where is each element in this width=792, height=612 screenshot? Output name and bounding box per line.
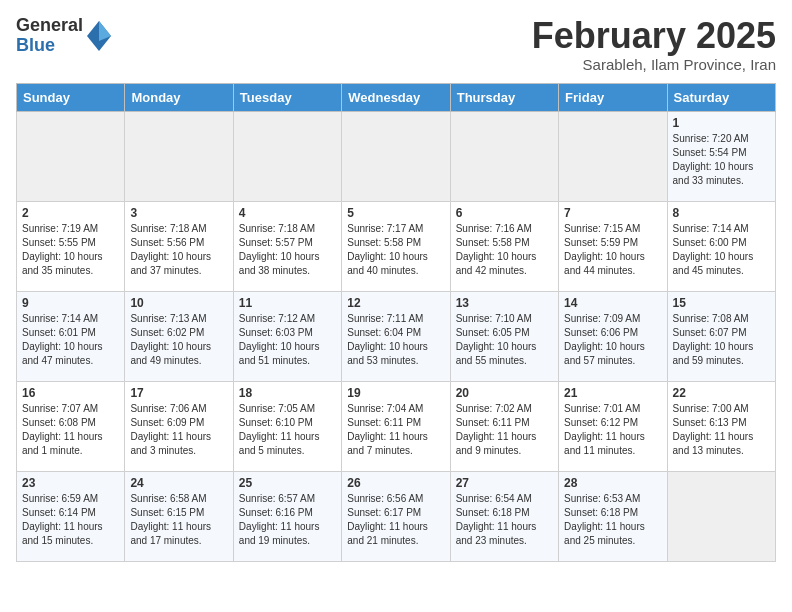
calendar-day: 27Sunrise: 6:54 AM Sunset: 6:18 PM Dayli… bbox=[450, 471, 558, 561]
logo-text: General Blue bbox=[16, 16, 83, 56]
calendar-day: 8Sunrise: 7:14 AM Sunset: 6:00 PM Daylig… bbox=[667, 201, 775, 291]
day-number: 6 bbox=[456, 206, 553, 220]
calendar-day: 10Sunrise: 7:13 AM Sunset: 6:02 PM Dayli… bbox=[125, 291, 233, 381]
day-number: 20 bbox=[456, 386, 553, 400]
calendar-day: 7Sunrise: 7:15 AM Sunset: 5:59 PM Daylig… bbox=[559, 201, 667, 291]
day-number: 18 bbox=[239, 386, 336, 400]
weekday-header-wednesday: Wednesday bbox=[342, 83, 450, 111]
day-number: 8 bbox=[673, 206, 770, 220]
calendar-day: 17Sunrise: 7:06 AM Sunset: 6:09 PM Dayli… bbox=[125, 381, 233, 471]
day-number: 1 bbox=[673, 116, 770, 130]
day-number: 13 bbox=[456, 296, 553, 310]
day-info: Sunrise: 6:56 AM Sunset: 6:17 PM Dayligh… bbox=[347, 492, 444, 548]
calendar-day: 4Sunrise: 7:18 AM Sunset: 5:57 PM Daylig… bbox=[233, 201, 341, 291]
day-number: 2 bbox=[22, 206, 119, 220]
day-number: 15 bbox=[673, 296, 770, 310]
calendar-day bbox=[559, 111, 667, 201]
day-info: Sunrise: 7:06 AM Sunset: 6:09 PM Dayligh… bbox=[130, 402, 227, 458]
day-info: Sunrise: 7:19 AM Sunset: 5:55 PM Dayligh… bbox=[22, 222, 119, 278]
day-number: 10 bbox=[130, 296, 227, 310]
calendar-day: 5Sunrise: 7:17 AM Sunset: 5:58 PM Daylig… bbox=[342, 201, 450, 291]
day-info: Sunrise: 7:12 AM Sunset: 6:03 PM Dayligh… bbox=[239, 312, 336, 368]
day-info: Sunrise: 7:02 AM Sunset: 6:11 PM Dayligh… bbox=[456, 402, 553, 458]
weekday-header-tuesday: Tuesday bbox=[233, 83, 341, 111]
calendar-day bbox=[450, 111, 558, 201]
logo-general: General bbox=[16, 16, 83, 36]
calendar-day bbox=[125, 111, 233, 201]
calendar-day: 13Sunrise: 7:10 AM Sunset: 6:05 PM Dayli… bbox=[450, 291, 558, 381]
day-info: Sunrise: 7:07 AM Sunset: 6:08 PM Dayligh… bbox=[22, 402, 119, 458]
calendar-day: 20Sunrise: 7:02 AM Sunset: 6:11 PM Dayli… bbox=[450, 381, 558, 471]
calendar-day: 11Sunrise: 7:12 AM Sunset: 6:03 PM Dayli… bbox=[233, 291, 341, 381]
page-header: General Blue February 2025 Sarableh, Ila… bbox=[16, 16, 776, 73]
calendar-day: 26Sunrise: 6:56 AM Sunset: 6:17 PM Dayli… bbox=[342, 471, 450, 561]
week-row-2: 2Sunrise: 7:19 AM Sunset: 5:55 PM Daylig… bbox=[17, 201, 776, 291]
day-info: Sunrise: 7:05 AM Sunset: 6:10 PM Dayligh… bbox=[239, 402, 336, 458]
calendar-day: 25Sunrise: 6:57 AM Sunset: 6:16 PM Dayli… bbox=[233, 471, 341, 561]
title-block: February 2025 Sarableh, Ilam Province, I… bbox=[532, 16, 776, 73]
calendar-day: 23Sunrise: 6:59 AM Sunset: 6:14 PM Dayli… bbox=[17, 471, 125, 561]
day-info: Sunrise: 6:53 AM Sunset: 6:18 PM Dayligh… bbox=[564, 492, 661, 548]
day-info: Sunrise: 7:11 AM Sunset: 6:04 PM Dayligh… bbox=[347, 312, 444, 368]
day-info: Sunrise: 7:18 AM Sunset: 5:56 PM Dayligh… bbox=[130, 222, 227, 278]
calendar-day bbox=[17, 111, 125, 201]
calendar-day: 3Sunrise: 7:18 AM Sunset: 5:56 PM Daylig… bbox=[125, 201, 233, 291]
day-number: 26 bbox=[347, 476, 444, 490]
day-number: 7 bbox=[564, 206, 661, 220]
day-number: 4 bbox=[239, 206, 336, 220]
logo: General Blue bbox=[16, 16, 111, 56]
day-number: 9 bbox=[22, 296, 119, 310]
week-row-1: 1Sunrise: 7:20 AM Sunset: 5:54 PM Daylig… bbox=[17, 111, 776, 201]
day-info: Sunrise: 7:16 AM Sunset: 5:58 PM Dayligh… bbox=[456, 222, 553, 278]
calendar-day: 22Sunrise: 7:00 AM Sunset: 6:13 PM Dayli… bbox=[667, 381, 775, 471]
day-number: 21 bbox=[564, 386, 661, 400]
calendar-day: 2Sunrise: 7:19 AM Sunset: 5:55 PM Daylig… bbox=[17, 201, 125, 291]
day-number: 16 bbox=[22, 386, 119, 400]
day-number: 27 bbox=[456, 476, 553, 490]
weekday-header-monday: Monday bbox=[125, 83, 233, 111]
weekday-header-saturday: Saturday bbox=[667, 83, 775, 111]
day-info: Sunrise: 7:15 AM Sunset: 5:59 PM Dayligh… bbox=[564, 222, 661, 278]
day-info: Sunrise: 7:13 AM Sunset: 6:02 PM Dayligh… bbox=[130, 312, 227, 368]
day-number: 28 bbox=[564, 476, 661, 490]
day-number: 14 bbox=[564, 296, 661, 310]
month-title: February 2025 bbox=[532, 16, 776, 56]
calendar-day: 14Sunrise: 7:09 AM Sunset: 6:06 PM Dayli… bbox=[559, 291, 667, 381]
week-row-3: 9Sunrise: 7:14 AM Sunset: 6:01 PM Daylig… bbox=[17, 291, 776, 381]
week-row-4: 16Sunrise: 7:07 AM Sunset: 6:08 PM Dayli… bbox=[17, 381, 776, 471]
day-info: Sunrise: 6:54 AM Sunset: 6:18 PM Dayligh… bbox=[456, 492, 553, 548]
calendar-day: 16Sunrise: 7:07 AM Sunset: 6:08 PM Dayli… bbox=[17, 381, 125, 471]
day-info: Sunrise: 7:00 AM Sunset: 6:13 PM Dayligh… bbox=[673, 402, 770, 458]
day-info: Sunrise: 6:57 AM Sunset: 6:16 PM Dayligh… bbox=[239, 492, 336, 548]
calendar-day bbox=[342, 111, 450, 201]
day-info: Sunrise: 7:09 AM Sunset: 6:06 PM Dayligh… bbox=[564, 312, 661, 368]
weekday-header-friday: Friday bbox=[559, 83, 667, 111]
day-number: 5 bbox=[347, 206, 444, 220]
day-number: 23 bbox=[22, 476, 119, 490]
day-number: 12 bbox=[347, 296, 444, 310]
calendar-day: 19Sunrise: 7:04 AM Sunset: 6:11 PM Dayli… bbox=[342, 381, 450, 471]
day-number: 3 bbox=[130, 206, 227, 220]
calendar-day bbox=[667, 471, 775, 561]
logo-blue: Blue bbox=[16, 36, 83, 56]
calendar-day: 28Sunrise: 6:53 AM Sunset: 6:18 PM Dayli… bbox=[559, 471, 667, 561]
weekday-header-row: SundayMondayTuesdayWednesdayThursdayFrid… bbox=[17, 83, 776, 111]
calendar-day: 24Sunrise: 6:58 AM Sunset: 6:15 PM Dayli… bbox=[125, 471, 233, 561]
day-info: Sunrise: 6:59 AM Sunset: 6:14 PM Dayligh… bbox=[22, 492, 119, 548]
calendar-table: SundayMondayTuesdayWednesdayThursdayFrid… bbox=[16, 83, 776, 562]
calendar-day bbox=[233, 111, 341, 201]
day-info: Sunrise: 7:01 AM Sunset: 6:12 PM Dayligh… bbox=[564, 402, 661, 458]
logo-icon bbox=[87, 21, 111, 51]
day-info: Sunrise: 6:58 AM Sunset: 6:15 PM Dayligh… bbox=[130, 492, 227, 548]
calendar-day: 12Sunrise: 7:11 AM Sunset: 6:04 PM Dayli… bbox=[342, 291, 450, 381]
day-info: Sunrise: 7:04 AM Sunset: 6:11 PM Dayligh… bbox=[347, 402, 444, 458]
calendar-day: 15Sunrise: 7:08 AM Sunset: 6:07 PM Dayli… bbox=[667, 291, 775, 381]
day-info: Sunrise: 7:18 AM Sunset: 5:57 PM Dayligh… bbox=[239, 222, 336, 278]
day-number: 25 bbox=[239, 476, 336, 490]
location-subtitle: Sarableh, Ilam Province, Iran bbox=[532, 56, 776, 73]
day-info: Sunrise: 7:20 AM Sunset: 5:54 PM Dayligh… bbox=[673, 132, 770, 188]
day-number: 17 bbox=[130, 386, 227, 400]
calendar-day: 1Sunrise: 7:20 AM Sunset: 5:54 PM Daylig… bbox=[667, 111, 775, 201]
day-number: 24 bbox=[130, 476, 227, 490]
day-info: Sunrise: 7:14 AM Sunset: 6:00 PM Dayligh… bbox=[673, 222, 770, 278]
